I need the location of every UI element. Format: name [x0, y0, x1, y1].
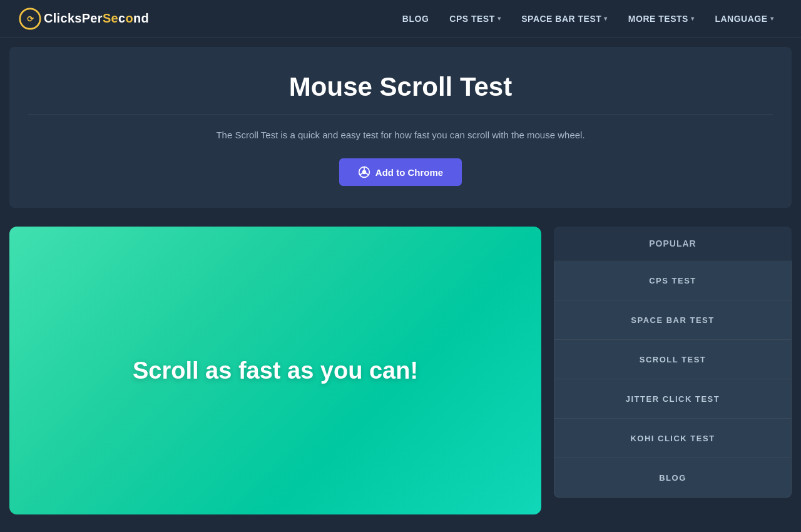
page-title: Mouse Scroll Test — [28, 72, 773, 102]
space-bar-test-caret: ▾ — [604, 15, 608, 22]
language-caret: ▾ — [770, 15, 774, 22]
nav-item-language: LANGUAGE ▾ — [706, 9, 782, 29]
svg-text:⟳: ⟳ — [27, 15, 34, 24]
nav-item-cps-test: CPS TEST ▾ — [441, 9, 509, 29]
hero-description: The Scroll Test is a quick and easy test… — [28, 128, 773, 143]
nav-link-language[interactable]: LANGUAGE ▾ — [706, 9, 782, 29]
sidebar-item-space-bar-test-label: SPACE BAR TEST — [631, 315, 714, 325]
nav-links: BLOG CPS TEST ▾ SPACE BAR TEST ▾ MORE TE… — [394, 9, 782, 29]
add-to-chrome-button[interactable]: Add to Chrome — [339, 158, 462, 186]
logo[interactable]: ⟳ ClicksPerSecond — [19, 8, 149, 30]
sidebar-item-jitter-click-test[interactable]: JITTER CLICK TEST — [554, 379, 792, 419]
sidebar-item-scroll-test-label: SCROLL TEST — [640, 355, 707, 364]
main-content: Scroll as fast as you can! POPULAR CPS T… — [9, 217, 792, 524]
sidebar-item-space-bar-test[interactable]: SPACE BAR TEST — [554, 300, 792, 340]
sidebar-item-cps-test[interactable]: CPS TEST — [554, 261, 792, 300]
nav-link-more-tests[interactable]: MORE TESTS ▾ — [620, 9, 703, 29]
hero-divider — [28, 115, 773, 115]
sidebar-item-blog-label: BLOG — [659, 473, 686, 483]
add-to-chrome-label: Add to Chrome — [375, 167, 443, 178]
logo-text: ClicksPerSecond — [44, 11, 149, 26]
nav-link-cps-test[interactable]: CPS TEST ▾ — [441, 9, 509, 29]
sidebar-item-kohi-click-test-label: KOHI CLICK TEST — [630, 434, 715, 443]
hero-section: Mouse Scroll Test The Scroll Test is a q… — [9, 47, 792, 208]
sidebar-item-jitter-click-test-label: JITTER CLICK TEST — [626, 394, 720, 404]
scroll-test-area[interactable]: Scroll as fast as you can! — [9, 227, 541, 514]
nav-link-space-bar-test[interactable]: SPACE BAR TEST ▾ — [513, 9, 616, 29]
svg-line-6 — [360, 173, 362, 175]
cps-test-caret: ▾ — [497, 15, 501, 22]
popular-header: POPULAR — [554, 227, 792, 261]
sidebar-item-blog[interactable]: BLOG — [554, 458, 792, 498]
sidebar-item-cps-test-label: CPS TEST — [649, 276, 696, 285]
sidebar-item-kohi-click-test[interactable]: KOHI CLICK TEST — [554, 419, 792, 458]
nav-item-blog: BLOG — [394, 9, 437, 29]
navbar: ⟳ ClicksPerSecond BLOG CPS TEST ▾ SPACE … — [0, 0, 801, 38]
nav-link-blog[interactable]: BLOG — [394, 9, 437, 29]
svg-line-5 — [365, 173, 368, 175]
more-tests-caret: ▾ — [691, 15, 695, 22]
sidebar: POPULAR CPS TEST SPACE BAR TEST SCROLL T… — [554, 227, 792, 514]
nav-item-more-tests: MORE TESTS ▾ — [620, 9, 703, 29]
popular-label: POPULAR — [649, 238, 696, 248]
logo-icon: ⟳ — [19, 8, 41, 30]
popular-items-list: CPS TEST SPACE BAR TEST SCROLL TEST JITT… — [554, 261, 792, 498]
sidebar-item-scroll-test[interactable]: SCROLL TEST — [554, 340, 792, 379]
chrome-icon — [358, 166, 370, 178]
nav-item-space-bar-test: SPACE BAR TEST ▾ — [513, 9, 616, 29]
scroll-prompt: Scroll as fast as you can! — [133, 357, 418, 384]
